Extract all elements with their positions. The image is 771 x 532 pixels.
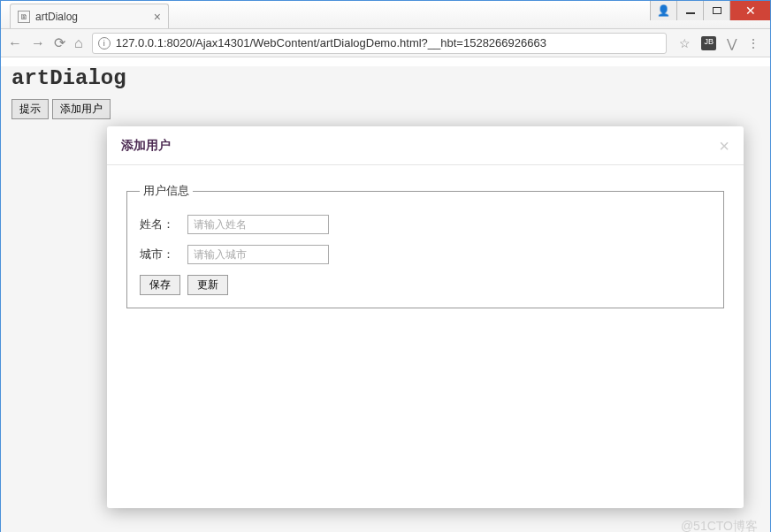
- dialog-header: 添加用户 ×: [107, 126, 744, 165]
- file-icon: 🗎: [18, 11, 30, 23]
- address-bar[interactable]: i 127.0.0.1:8020/Ajax14301/WebContent/ar…: [92, 33, 668, 54]
- star-icon[interactable]: ☆: [679, 36, 691, 50]
- jb-extension-icon[interactable]: JB: [701, 36, 716, 50]
- url-text: 127.0.0.1:8020/Ajax14301/WebContent/artD…: [116, 36, 546, 49]
- form-row-city: 城市：: [140, 245, 711, 264]
- form-row-name: 姓名：: [140, 215, 711, 234]
- fieldset-legend: 用户信息: [140, 183, 193, 199]
- dialog: 添加用户 × 用户信息 姓名： 城市： 保存 更新: [107, 126, 744, 508]
- user-menu-button[interactable]: 👤: [650, 1, 676, 20]
- city-input[interactable]: [187, 245, 329, 264]
- home-icon[interactable]: ⌂: [74, 35, 83, 51]
- name-input[interactable]: [187, 215, 329, 234]
- minimize-button[interactable]: [676, 1, 703, 20]
- form-actions: 保存 更新: [140, 275, 711, 295]
- browser-toolbar: ← → ⟳ ⌂ i 127.0.0.1:8020/Ajax14301/WebCo…: [1, 29, 770, 57]
- maximize-button[interactable]: [703, 1, 729, 20]
- dialog-body: 用户信息 姓名： 城市： 保存 更新: [107, 165, 744, 326]
- page-content: artDialog 提示 添加用户 添加用户 × 用户信息 姓名： 城市：: [1, 66, 770, 532]
- dialog-title: 添加用户: [121, 138, 171, 154]
- save-button[interactable]: 保存: [140, 275, 180, 295]
- browser-tab[interactable]: 🗎 artDialog ×: [10, 4, 169, 28]
- window-controls: 👤 ✕: [650, 1, 770, 20]
- close-icon[interactable]: ×: [719, 137, 729, 155]
- chevron-down-icon[interactable]: ⋁: [727, 36, 737, 50]
- toolbar-icons: ☆ JB ⋁ ⋮: [676, 36, 763, 50]
- user-info-fieldset: 用户信息 姓名： 城市： 保存 更新: [126, 183, 724, 308]
- browser-window: 🗎 artDialog × 👤 ✕ ← → ⟳ ⌂ i 127.0.0.1:80…: [0, 0, 771, 532]
- window-close-button[interactable]: ✕: [729, 1, 770, 20]
- watermark: @51CTO博客: [681, 519, 758, 532]
- name-label: 姓名：: [140, 217, 187, 232]
- close-tab-icon[interactable]: ×: [154, 11, 161, 23]
- reload-icon[interactable]: ⟳: [54, 34, 65, 51]
- menu-icon[interactable]: ⋮: [747, 36, 760, 50]
- info-icon[interactable]: i: [98, 37, 111, 49]
- city-label: 城市：: [140, 247, 187, 262]
- tab-title: artDialog: [35, 11, 149, 23]
- back-icon[interactable]: ←: [8, 35, 22, 51]
- forward-icon[interactable]: →: [31, 35, 45, 51]
- titlebar: 🗎 artDialog × 👤 ✕: [1, 1, 770, 29]
- update-button[interactable]: 更新: [187, 275, 228, 295]
